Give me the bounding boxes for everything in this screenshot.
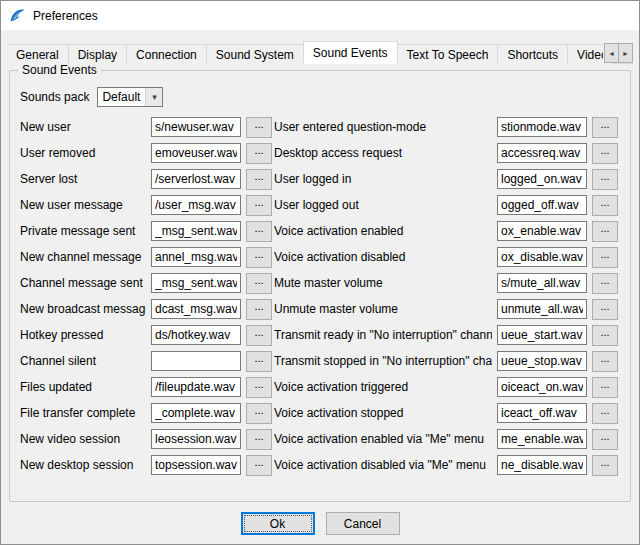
browse-button[interactable]: ... [246,143,272,164]
sound-file-input[interactable] [497,247,587,267]
sound-file-input[interactable] [151,273,241,293]
sound-file-input[interactable] [151,221,241,241]
tab-bar: GeneralDisplayConnectionSound SystemSoun… [7,41,633,64]
sound-file-input[interactable] [151,195,241,215]
browse-button[interactable]: ... [592,195,618,216]
tab-scroll-control: ◄ ► [603,43,633,63]
browse-button[interactable]: ... [592,429,618,450]
browse-button[interactable]: ... [592,221,618,242]
ok-button[interactable]: Ok [241,512,315,535]
sound-event-row: Mute master volume... [274,270,626,296]
sound-file-input[interactable] [151,377,241,397]
browse-button[interactable]: ... [592,403,618,424]
sound-events-column-left: New user...User removed...Server lost...… [20,114,274,478]
browse-button[interactable]: ... [246,403,272,424]
browse-button[interactable]: ... [592,455,618,476]
tab-general[interactable]: General [7,44,69,64]
sound-event-row: User logged in... [274,166,626,192]
browse-button[interactable]: ... [592,143,618,164]
sound-event-row: Channel silent... [20,348,274,374]
browse-button[interactable]: ... [246,195,272,216]
sound-file-input[interactable] [151,455,241,475]
sound-file-input[interactable] [151,117,241,137]
sound-file-input[interactable] [497,143,587,163]
sound-file-input[interactable] [497,377,587,397]
sound-file-input[interactable] [151,169,241,189]
sound-file-input[interactable] [497,351,587,371]
sound-event-row: Voice activation enabled via "Me" menu..… [274,426,626,452]
sound-file-input[interactable] [497,455,587,475]
window-title: Preferences [33,9,98,23]
sound-file-input[interactable] [497,195,587,215]
sound-file-input[interactable] [497,169,587,189]
tab-shortcuts[interactable]: Shortcuts [497,44,568,64]
sound-event-row: Voice activation triggered... [274,374,626,400]
sound-event-row: New video session... [20,426,274,452]
sound-file-input[interactable] [497,117,587,137]
sound-event-label: Transmit ready in "No interruption" chan… [274,328,492,342]
sounds-pack-dropdown[interactable]: Default ▾ [97,87,163,107]
browse-button[interactable]: ... [592,117,618,138]
browse-button[interactable]: ... [246,299,272,320]
tab-connection[interactable]: Connection [126,44,207,64]
cancel-button[interactable]: Cancel [326,512,400,535]
browse-button[interactable]: ... [246,247,272,268]
browse-button[interactable]: ... [592,169,618,190]
sound-event-label: New desktop session [20,458,146,472]
browse-button[interactable]: ... [246,325,272,346]
sound-file-input[interactable] [151,299,241,319]
sound-event-row: New broadcast message... [20,296,274,322]
sound-event-label: Hotkey pressed [20,328,146,342]
tab-sound-system[interactable]: Sound System [206,44,304,64]
tab-sound-events[interactable]: Sound Events [303,41,398,64]
sound-file-input[interactable] [497,221,587,241]
sound-event-label: Voice activation disabled [274,250,492,264]
sound-event-label: Unmute master volume [274,302,492,316]
browse-button[interactable]: ... [592,377,618,398]
browse-button[interactable]: ... [246,351,272,372]
browse-button[interactable]: ... [592,247,618,268]
sound-event-row: User logged out... [274,192,626,218]
sound-event-label: New user message [20,198,146,212]
tab-text-to-speech[interactable]: Text To Speech [397,44,499,64]
sound-file-input[interactable] [497,403,587,423]
sound-event-label: Transmit stopped in "No interruption" ch… [274,354,492,368]
sound-event-row: User removed... [20,140,274,166]
sound-event-label: Mute master volume [274,276,492,290]
sound-file-input[interactable] [497,325,587,345]
browse-button[interactable]: ... [592,351,618,372]
browse-button[interactable]: ... [246,429,272,450]
sound-file-input[interactable] [497,429,587,449]
browse-button[interactable]: ... [592,273,618,294]
sound-file-input[interactable] [151,403,241,423]
sound-events-groupbox: Sound Events Sounds pack Default ▾ New u… [9,70,631,502]
sound-file-input[interactable] [151,325,241,345]
browse-button[interactable]: ... [246,273,272,294]
sound-event-label: New channel message [20,250,146,264]
browse-button[interactable]: ... [246,377,272,398]
sound-file-input[interactable] [497,273,587,293]
sounds-pack-row: Sounds pack Default ▾ [20,87,630,107]
sound-file-input[interactable] [151,247,241,267]
browse-button[interactable]: ... [592,299,618,320]
browse-button[interactable]: ... [592,325,618,346]
sound-event-row: Files updated... [20,374,274,400]
sound-file-input[interactable] [151,351,241,371]
sound-file-input[interactable] [151,143,241,163]
app-icon [9,7,26,24]
sounds-pack-label: Sounds pack [20,90,89,104]
sound-event-row: Private message sent... [20,218,274,244]
groupbox-title: Sound Events [18,63,101,77]
browse-button[interactable]: ... [246,221,272,242]
sound-file-input[interactable] [151,429,241,449]
tab-scroll-left-button[interactable]: ◄ [604,43,619,63]
browse-button[interactable]: ... [246,169,272,190]
sound-event-row: New channel message... [20,244,274,270]
tab-scroll-right-button[interactable]: ► [618,43,633,63]
sound-event-row: New user... [20,114,274,140]
browse-button[interactable]: ... [246,455,272,476]
sound-event-label: Voice activation enabled via "Me" menu [274,432,492,446]
browse-button[interactable]: ... [246,117,272,138]
tab-display[interactable]: Display [68,44,127,64]
sound-file-input[interactable] [497,299,587,319]
